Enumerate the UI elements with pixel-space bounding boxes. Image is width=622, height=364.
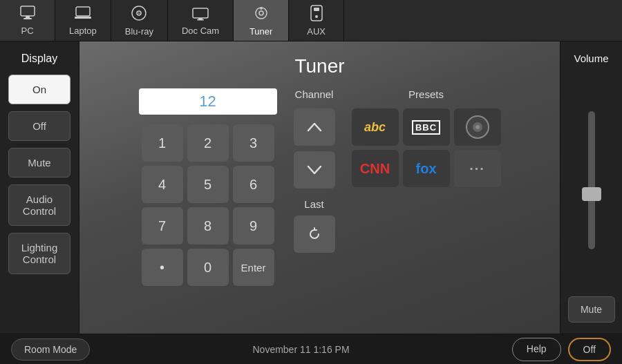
volume-track[interactable] [588, 111, 595, 249]
preset-bbc-button[interactable]: BBC [403, 108, 450, 146]
preset-abc-button[interactable]: abc [352, 108, 399, 146]
presets-label: Presets [408, 88, 444, 100]
display-on-button[interactable]: On [8, 75, 70, 104]
nav-bluray[interactable]: Blu-ray [111, 0, 168, 41]
svg-rect-9 [198, 18, 202, 19]
datetime-display: November 11 1:16 PM [252, 344, 349, 355]
channel-display[interactable]: 12 [139, 88, 277, 115]
num-dot-button[interactable]: • [142, 249, 183, 286]
volume-thumb[interactable] [582, 187, 601, 201]
nav-tuner[interactable]: Tuner [234, 0, 289, 41]
nav-laptop[interactable]: Laptop [55, 0, 111, 41]
svg-rect-8 [193, 8, 208, 18]
svg-rect-4 [75, 17, 91, 19]
display-mute-button[interactable]: Mute [8, 148, 70, 178]
left-sidebar: Display On Off Mute Audio Control Lighti… [0, 41, 79, 334]
channel-down-button[interactable] [294, 151, 335, 189]
numpad-area: 12 1 2 3 4 5 6 7 8 9 • 0 Enter [139, 88, 277, 286]
bottom-bar: Room Mode November 11 1:16 PM Help Off [0, 334, 622, 364]
svg-rect-2 [23, 18, 32, 19]
num-1-button[interactable]: 1 [142, 124, 183, 162]
center-panel: Tuner 12 1 2 3 4 5 6 7 8 9 • 0 Enter [79, 41, 560, 334]
doccam-icon [191, 6, 209, 23]
presets-grid: abc BBC [352, 108, 501, 187]
preset-cbs-button[interactable] [454, 108, 501, 146]
nav-pc[interactable]: PC [0, 0, 55, 41]
num-enter-button[interactable]: Enter [233, 249, 274, 286]
fox-logo: fox [416, 161, 437, 177]
presets-area: Presets abc BBC [352, 88, 501, 187]
svg-point-12 [259, 11, 263, 15]
num-4-button[interactable]: 4 [142, 166, 183, 203]
svg-point-7 [138, 12, 140, 14]
bottom-right-actions: Help Off [512, 338, 611, 361]
num-7-button[interactable]: 7 [142, 207, 183, 245]
aux-icon [309, 5, 324, 23]
preset-more-button[interactable]: ··· [454, 150, 501, 187]
laptop-icon [74, 6, 92, 23]
display-title: Display [21, 52, 57, 65]
nav-doccam[interactable]: Doc Cam [168, 0, 234, 41]
num-9-button[interactable]: 9 [233, 207, 274, 245]
svg-rect-16 [314, 8, 319, 11]
preset-fox-button[interactable]: fox [403, 150, 450, 187]
num-5-button[interactable]: 5 [187, 166, 229, 203]
channel-label: Channel [295, 88, 334, 100]
numpad: 1 2 3 4 5 6 7 8 9 • 0 Enter [142, 124, 274, 286]
svg-rect-1 [26, 16, 30, 18]
volume-mute-button[interactable]: Mute [568, 296, 615, 323]
main-layout: Display On Off Mute Audio Control Lighti… [0, 41, 622, 334]
num-6-button[interactable]: 6 [233, 166, 274, 203]
num-0-button[interactable]: 0 [187, 249, 229, 286]
preset-cnn-button[interactable]: CNN [352, 150, 399, 187]
svg-point-17 [315, 15, 318, 18]
tuner-icon [253, 5, 270, 23]
pc-icon [19, 6, 36, 23]
tuner-content: 12 1 2 3 4 5 6 7 8 9 • 0 Enter C [93, 88, 546, 286]
off-button[interactable]: Off [568, 338, 611, 361]
last-label: Last [304, 198, 323, 210]
top-nav: PC Laptop Blu-ray Doc Cam Tuner AUX [0, 0, 622, 41]
cbs-logo [464, 114, 491, 140]
bluray-icon [131, 5, 147, 23]
svg-rect-10 [197, 19, 204, 21]
nav-bluray-label: Blu-ray [125, 26, 153, 37]
abc-logo: abc [364, 120, 386, 135]
more-label: ··· [469, 161, 485, 177]
room-mode-button[interactable]: Room Mode [11, 338, 90, 361]
channel-controls: Channel Last [294, 88, 335, 253]
num-3-button[interactable]: 3 [233, 124, 274, 162]
panel-title: Tuner [294, 55, 344, 77]
display-off-button[interactable]: Off [8, 111, 70, 141]
lighting-control-button[interactable]: Lighting Control [8, 233, 70, 274]
nav-pc-label: PC [21, 26, 33, 36]
nav-aux-label: AUX [307, 26, 326, 37]
num-2-button[interactable]: 2 [187, 124, 229, 162]
audio-control-button[interactable]: Audio Control [8, 184, 70, 226]
nav-aux[interactable]: AUX [289, 0, 344, 41]
volume-title: Volume [574, 52, 608, 64]
nav-laptop-label: Laptop [69, 26, 97, 36]
last-channel-button[interactable] [294, 215, 335, 253]
volume-slider-container [588, 73, 595, 288]
bbc-logo: BBC [412, 120, 440, 135]
nav-doccam-label: Doc Cam [182, 26, 219, 36]
svg-rect-3 [76, 7, 90, 16]
svg-point-20 [475, 125, 480, 129]
help-button[interactable]: Help [512, 338, 561, 361]
svg-rect-0 [21, 6, 35, 16]
channel-up-button[interactable] [294, 108, 335, 146]
right-sidebar: Volume Mute [560, 41, 622, 334]
num-8-button[interactable]: 8 [187, 207, 229, 245]
nav-tuner-label: Tuner [249, 26, 272, 37]
cnn-logo: CNN [360, 161, 390, 177]
